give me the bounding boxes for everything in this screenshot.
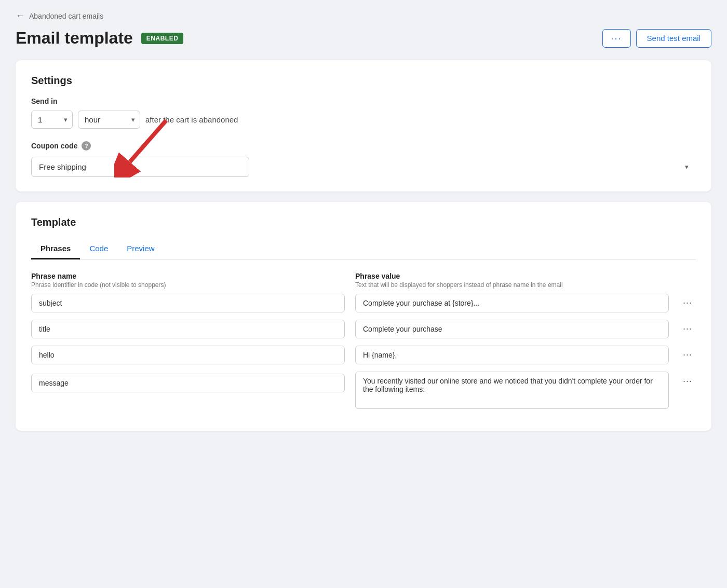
send-in-label: Send in: [31, 97, 696, 105]
phrase-name-col-header: Phrase name Phrase identifier in code (n…: [31, 272, 345, 289]
phrase-name-title[interactable]: [31, 320, 345, 338]
phrases-header: Phrase name Phrase identifier in code (n…: [31, 272, 696, 289]
back-arrow-icon: ←: [16, 10, 25, 21]
coupon-select-wrapper: Free shipping 10% off No coupon: [31, 157, 696, 177]
phrase-row-subject: ···: [31, 294, 696, 312]
more-options-button[interactable]: ···: [602, 29, 631, 48]
phrase-actions-subject[interactable]: ···: [679, 295, 696, 310]
template-card-title: Template: [31, 216, 696, 228]
settings-card-title: Settings: [31, 75, 696, 87]
phrase-name-message[interactable]: [31, 374, 345, 392]
phrase-value-col-title: Phrase value: [355, 272, 669, 280]
phrase-value-col-subtitle: Text that will be displayed for shoppers…: [355, 281, 669, 289]
send-in-unit-select[interactable]: hour hours day days week: [78, 111, 140, 129]
template-card: Template Phrases Code Preview Phrase nam…: [16, 202, 711, 431]
send-in-number-wrapper: 1 2 3 6 12 24: [31, 111, 73, 129]
phrase-name-subject[interactable]: [31, 294, 345, 312]
phrase-name-col-subtitle: Phrase identifier in code (not visible t…: [31, 281, 345, 289]
phrase-actions-title[interactable]: ···: [679, 321, 696, 336]
coupon-code-label: Coupon code: [31, 142, 77, 150]
send-in-row: 1 2 3 6 12 24 hour hours day days week a…: [31, 111, 696, 129]
send-in-unit-wrapper: hour hours day days week: [78, 111, 140, 129]
send-test-email-button[interactable]: Send test email: [636, 29, 711, 48]
phrase-value-subject[interactable]: [355, 294, 669, 312]
phrase-actions-message[interactable]: ···: [679, 374, 696, 389]
tab-phrases[interactable]: Phrases: [31, 239, 80, 259]
tab-preview[interactable]: Preview: [117, 239, 164, 259]
header-actions: ··· Send test email: [602, 29, 711, 48]
phrase-value-hello[interactable]: [355, 346, 669, 364]
phrase-row-title: ···: [31, 320, 696, 338]
send-in-suffix: after the cart is abandoned: [145, 115, 238, 124]
template-tabs: Phrases Code Preview: [31, 239, 696, 259]
phrase-row-hello: ···: [31, 346, 696, 364]
phrase-name-hello[interactable]: [31, 346, 345, 364]
back-link[interactable]: ← Abandoned cart emails: [16, 10, 711, 21]
page-title-area: Email template ENABLED: [16, 29, 183, 48]
phrase-row-message: You recently visited our online store an…: [31, 372, 696, 409]
phrase-actions-col-header: [679, 272, 696, 289]
phrase-name-col-title: Phrase name: [31, 272, 345, 280]
coupon-code-select[interactable]: Free shipping 10% off No coupon: [31, 157, 249, 177]
page-title: Email template: [16, 29, 133, 48]
coupon-code-row: Coupon code ?: [31, 141, 696, 151]
page-header: Email template ENABLED ··· Send test ema…: [16, 29, 711, 48]
phrase-value-col-header: Phrase value Text that will be displayed…: [355, 272, 669, 289]
coupon-annotation-area: Free shipping 10% off No coupon: [31, 157, 696, 177]
enabled-badge: ENABLED: [141, 33, 184, 44]
phrase-actions-hello[interactable]: ···: [679, 347, 696, 362]
send-in-number-select[interactable]: 1 2 3 6 12 24: [31, 111, 73, 129]
breadcrumb-label: Abandoned cart emails: [29, 12, 103, 20]
phrase-value-title[interactable]: [355, 320, 669, 338]
settings-card: Settings Send in 1 2 3 6 12 24 hour hour…: [16, 60, 711, 192]
coupon-help-icon[interactable]: ?: [82, 141, 91, 151]
phrase-value-message[interactable]: You recently visited our online store an…: [355, 372, 669, 409]
tab-code[interactable]: Code: [80, 239, 117, 259]
